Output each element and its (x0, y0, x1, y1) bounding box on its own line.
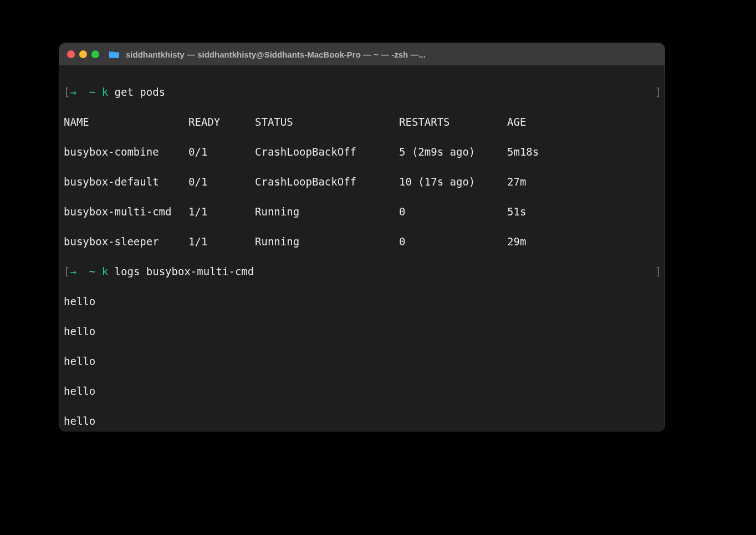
cell-status: CrashLoopBackOff (255, 145, 399, 160)
cell-status: CrashLoopBackOff (255, 174, 399, 189)
cell-status: Running (255, 204, 399, 219)
bracket-open: [ (64, 265, 70, 277)
cell-ready: 1/1 (188, 204, 255, 219)
titlebar[interactable]: siddhantkhisty — siddhantkhisty@Siddhant… (59, 43, 665, 65)
pods-header: NAMEREADYSTATUSRESTARTSAGE (64, 115, 661, 130)
bracket-open: [ (64, 86, 70, 98)
prompt-line-1: [→ ~ k get pods] (64, 85, 661, 100)
cell-age: 29m (507, 234, 661, 249)
cell-name: busybox-default (64, 174, 188, 189)
col-status: STATUS (255, 115, 399, 130)
cell-name: busybox-multi-cmd (64, 204, 188, 219)
log-line: hello (64, 324, 661, 339)
cell-age: 5m18s (507, 145, 661, 160)
col-name: NAME (64, 115, 188, 130)
cell-restarts: 5 (2m9s ago) (399, 145, 507, 160)
log-line: hello (64, 414, 661, 429)
prompt-arrow-icon: → (70, 265, 76, 277)
cmd-args: logs busybox-multi-cmd (115, 265, 254, 277)
cell-ready: 0/1 (188, 145, 255, 160)
terminal-body[interactable]: [→ ~ k get pods] NAMEREADYSTATUSRESTARTS… (59, 65, 665, 431)
cell-ready: 1/1 (188, 234, 255, 249)
col-age: AGE (507, 115, 661, 130)
table-row: busybox-default0/1CrashLoopBackOff10 (17… (64, 174, 661, 189)
table-row: busybox-combine0/1CrashLoopBackOff5 (2m9… (64, 145, 661, 160)
minimize-icon[interactable] (79, 50, 87, 58)
terminal-window: siddhantkhisty — siddhantkhisty@Siddhant… (59, 43, 665, 431)
cell-ready: 0/1 (188, 174, 255, 189)
cell-status: Running (255, 234, 399, 249)
col-ready: READY (188, 115, 255, 130)
prompt-tilde: ~ (89, 265, 95, 277)
prompt-line-2: [→ ~ k logs busybox-multi-cmd] (64, 264, 661, 279)
window-title: siddhantkhisty — siddhantkhisty@Siddhant… (126, 50, 657, 59)
cell-name: busybox-sleeper (64, 234, 188, 249)
zoom-icon[interactable] (91, 50, 99, 58)
log-line: hello (64, 354, 661, 369)
table-row: busybox-multi-cmd1/1Running051s (64, 204, 661, 219)
cell-restarts: 0 (399, 234, 507, 249)
cell-name: busybox-combine (64, 145, 188, 160)
col-restarts: RESTARTS (399, 115, 507, 130)
cell-restarts: 10 (17s ago) (399, 174, 507, 189)
bracket-close: ] (655, 85, 661, 100)
cmd-name: k (102, 86, 115, 98)
cell-restarts: 0 (399, 204, 507, 219)
close-icon[interactable] (67, 50, 75, 58)
cell-age: 27m (507, 174, 661, 189)
cell-age: 51s (507, 204, 661, 219)
traffic-lights (67, 50, 99, 58)
cmd-args: get pods (115, 86, 166, 98)
bracket-close: ] (655, 264, 661, 279)
log-line: hello (64, 384, 661, 399)
prompt-tilde: ~ (89, 86, 95, 98)
table-row: busybox-sleeper1/1Running029m (64, 234, 661, 249)
log-line: hello (64, 294, 661, 309)
folder-icon (109, 50, 119, 58)
prompt-arrow-icon: → (70, 86, 76, 98)
cmd-name: k (102, 265, 115, 277)
